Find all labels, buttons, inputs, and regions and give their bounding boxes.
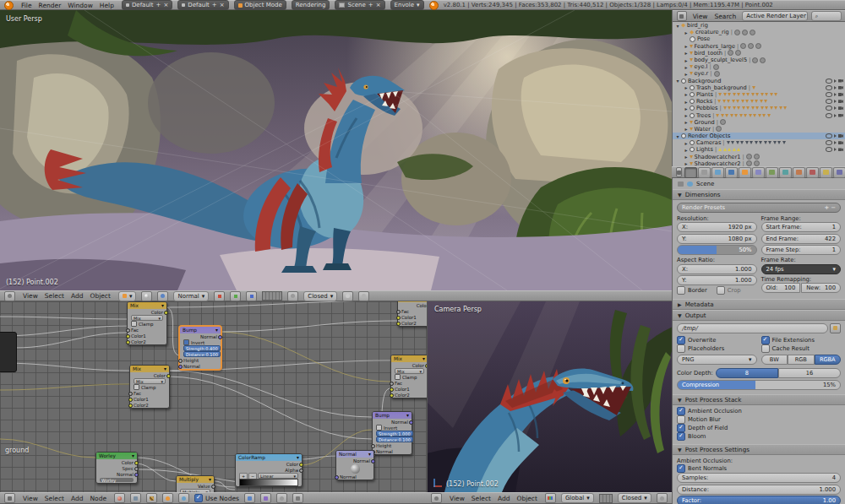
outliner-item-trees[interactable]: ▸Trees| bbox=[673, 111, 845, 118]
node-row[interactable]: Strength:1.000 bbox=[373, 431, 412, 436]
node-header[interactable]: Bump▾ bbox=[373, 412, 412, 419]
modifier-icon[interactable] bbox=[735, 50, 741, 56]
mesh-data-icon[interactable] bbox=[721, 114, 724, 117]
node-mix[interactable]: Mix▾ColorMix▾ClampFacColor1Color2 bbox=[390, 355, 427, 398]
manipulator-scale-icon[interactable] bbox=[246, 291, 257, 301]
camera-menu-add[interactable]: Add bbox=[495, 495, 513, 502]
outliner-item-pebbles[interactable]: ▸Pebbles| bbox=[673, 105, 845, 111]
remap-new-field[interactable]: New:100 bbox=[801, 283, 841, 293]
outliner-item-lights[interactable]: ▸Lights| bbox=[673, 146, 845, 153]
menu-window[interactable]: Window bbox=[65, 2, 95, 9]
outliner-item-ground[interactable]: ▸Ground| bbox=[673, 119, 845, 126]
collapse-icon[interactable]: ▾ bbox=[422, 356, 425, 361]
expand-icon[interactable]: ▾ bbox=[674, 78, 681, 84]
mesh-data-icon[interactable] bbox=[723, 106, 727, 110]
properties-tab-material[interactable] bbox=[793, 167, 805, 178]
restrict-view-icon[interactable] bbox=[826, 140, 832, 145]
file-format-dropdown[interactable]: PNG▾ bbox=[677, 355, 757, 365]
snap-magnet-icon[interactable] bbox=[657, 493, 668, 503]
start-frame-field[interactable]: Start Frame:1 bbox=[761, 222, 842, 232]
restrict-render-icon[interactable] bbox=[838, 86, 843, 89]
mesh-data-icon[interactable] bbox=[774, 106, 777, 110]
mesh-data-icon[interactable] bbox=[749, 114, 752, 117]
mesh-data-icon[interactable] bbox=[728, 93, 731, 96]
restrict-render-icon[interactable] bbox=[838, 114, 843, 117]
node-bump[interactable]: Bump▾NormalInvertStrength:1.000Distance:… bbox=[372, 411, 412, 455]
mesh-data-icon[interactable] bbox=[728, 106, 731, 110]
node-row[interactable]: Invert bbox=[180, 339, 221, 345]
use-nodes-checkbox[interactable] bbox=[194, 494, 203, 502]
mesh-data-icon[interactable] bbox=[742, 106, 745, 110]
node-enum-dropdown[interactable]: Mix▾ bbox=[395, 368, 424, 374]
node-header[interactable]: Normal▾ bbox=[336, 451, 373, 458]
mesh-data-icon[interactable] bbox=[751, 93, 755, 96]
outliner-item-eye-r[interactable]: ▸eye.r| bbox=[673, 70, 845, 77]
depth-16-option[interactable]: 16 bbox=[778, 368, 841, 378]
panel-post-process-stack[interactable]: ▼Post Process Stack bbox=[673, 394, 845, 405]
input-socket[interactable] bbox=[390, 393, 394, 398]
mesh-data-icon[interactable] bbox=[760, 106, 764, 110]
proportional-edit-dropdown[interactable]: Closed▾ bbox=[303, 291, 337, 301]
stack-item-ambient-occlusion[interactable]: Ambient Occlusion bbox=[677, 407, 841, 415]
expand-icon[interactable]: ▸ bbox=[683, 147, 690, 153]
mesh-data-icon[interactable] bbox=[752, 86, 755, 89]
frame-step-field[interactable]: Frame Step:1 bbox=[761, 245, 842, 255]
panel-post-process-settings[interactable]: ▼Post Process Settings bbox=[673, 444, 845, 455]
render-anim-icon[interactable] bbox=[358, 291, 369, 301]
node-row[interactable]: +−Linear▾ bbox=[236, 473, 302, 479]
modifier-icon[interactable] bbox=[716, 126, 722, 132]
composite-nodes-icon[interactable] bbox=[130, 493, 141, 503]
camera-data-icon[interactable] bbox=[782, 141, 786, 144]
restrict-view-icon[interactable] bbox=[826, 79, 832, 84]
modifier-icon[interactable] bbox=[728, 50, 733, 56]
node-header[interactable]: Worley▾ bbox=[96, 453, 137, 459]
node-enum-dropdown[interactable]: Mix▾ bbox=[131, 315, 163, 321]
mesh-data-icon[interactable] bbox=[753, 114, 756, 117]
viewport-menu-select[interactable]: Select bbox=[42, 292, 67, 300]
node-header[interactable]: Mix▾ bbox=[391, 355, 427, 362]
expand-icon[interactable]: ▾ bbox=[674, 133, 681, 139]
shading-selector[interactable]: Rendering bbox=[292, 0, 330, 10]
node-slider[interactable]: Distance:0.100 bbox=[376, 436, 413, 442]
checkbox[interactable] bbox=[677, 424, 685, 432]
properties-tab-scene[interactable] bbox=[711, 167, 724, 178]
outliner-item-creature-rig[interactable]: ▸creature_rig| bbox=[673, 29, 845, 35]
collapse-icon[interactable]: ▾ bbox=[406, 413, 409, 418]
search-input[interactable]: ⌕ bbox=[811, 11, 842, 21]
mode-selector[interactable]: Object Mode bbox=[234, 0, 286, 10]
lamp-data-icon[interactable] bbox=[728, 148, 731, 151]
modifier-icon[interactable] bbox=[742, 30, 748, 35]
pivot-center-icon[interactable] bbox=[157, 291, 168, 301]
camera-menu-view[interactable]: View bbox=[447, 495, 467, 502]
modifier-icon[interactable] bbox=[740, 43, 746, 49]
resolution-y-field[interactable]: Y:1080 px bbox=[677, 234, 757, 244]
node-mix[interactable]: Mix▾ColorFacColor1Color2 bbox=[397, 301, 427, 327]
mesh-data-icon[interactable] bbox=[762, 114, 766, 117]
outliner-item-cameras[interactable]: ▸Cameras| bbox=[673, 139, 845, 146]
node-slider[interactable]: Distance:0.100 bbox=[183, 351, 221, 357]
mesh-data-icon[interactable] bbox=[734, 114, 738, 117]
restrict-render-icon[interactable] bbox=[838, 106, 843, 110]
mesh-data-icon[interactable] bbox=[725, 114, 728, 117]
mesh-data-icon[interactable] bbox=[745, 100, 749, 103]
node-menu-view[interactable]: View bbox=[20, 495, 41, 502]
mesh-data-icon[interactable] bbox=[765, 93, 768, 96]
cache-result-checkbox[interactable] bbox=[761, 344, 770, 353]
properties-tab-constraints[interactable] bbox=[752, 167, 765, 178]
camera-menu-object[interactable]: Object bbox=[514, 495, 539, 502]
restrict-view-icon[interactable] bbox=[826, 99, 832, 104]
node-row[interactable]: Clamp bbox=[128, 321, 166, 327]
outliner-item-shadowcatcher1[interactable]: ▸Shadowcatcher1| bbox=[673, 154, 845, 160]
proportional-edit-dropdown[interactable]: Closed▾ bbox=[618, 493, 651, 503]
modifier-icon[interactable] bbox=[750, 30, 755, 35]
node-menu-add[interactable]: Add bbox=[68, 495, 86, 502]
add-icon[interactable]: + bbox=[212, 2, 217, 8]
aspect-x-field[interactable]: X:1.000 bbox=[677, 264, 757, 274]
mesh-data-icon[interactable] bbox=[750, 100, 754, 103]
node-checkbox[interactable] bbox=[395, 374, 401, 380]
remap-old-field[interactable]: Old:100 bbox=[761, 283, 801, 293]
remove-preset-icon[interactable]: − bbox=[831, 204, 836, 211]
node-header[interactable]: ColorRamp▾ bbox=[236, 454, 302, 461]
restrict-render-icon[interactable] bbox=[838, 134, 843, 138]
mesh-data-icon[interactable] bbox=[765, 106, 768, 110]
